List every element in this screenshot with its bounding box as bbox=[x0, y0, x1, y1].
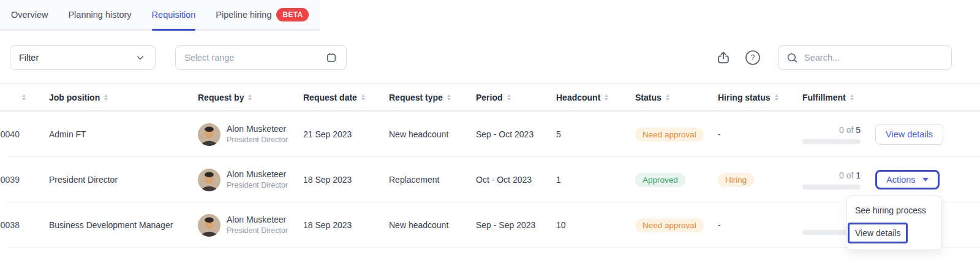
fulfillment-cell: 0 of 5 bbox=[802, 125, 865, 144]
sort-icon[interactable] bbox=[605, 94, 608, 101]
status-badge: Need approval bbox=[635, 218, 704, 232]
requisition-id: 90038 bbox=[0, 220, 49, 230]
tab-bar: Overview Planning history Requisition Pi… bbox=[0, 0, 320, 31]
requisition-page: { "tabs": { "items": [ { "label": "Overv… bbox=[0, 0, 980, 260]
tab-overview-label: Overview bbox=[11, 10, 48, 20]
request-by: Alon Musketeer President Director bbox=[198, 123, 303, 146]
column-header-headcount[interactable]: Headcount bbox=[556, 93, 635, 102]
filter-dropdown-label: Filter bbox=[19, 53, 39, 63]
requester-name: Alon Musketeer bbox=[227, 123, 288, 135]
job-position: Business Development Manager bbox=[49, 220, 198, 230]
tab-planning-history-label: Planning history bbox=[68, 10, 131, 20]
sort-icon[interactable] bbox=[775, 94, 778, 101]
column-header-hiring-status[interactable]: Hiring status bbox=[718, 93, 802, 102]
sort-icon[interactable] bbox=[104, 94, 108, 101]
fulfillment-total: 5 bbox=[856, 125, 861, 135]
tab-overview[interactable]: Overview bbox=[11, 0, 48, 29]
help-button[interactable]: ? bbox=[745, 50, 761, 66]
hiring-status: - bbox=[718, 129, 802, 139]
requisition-id: 90039 bbox=[0, 175, 49, 185]
requester-name: Alon Musketeer bbox=[227, 169, 288, 180]
table-row: 90039 President Director Alon Musketeer … bbox=[0, 157, 980, 202]
search-box bbox=[778, 45, 952, 70]
requester-title: President Director bbox=[227, 180, 288, 191]
export-button[interactable] bbox=[715, 50, 731, 66]
date-range-picker[interactable]: Select range bbox=[175, 45, 347, 70]
headcount: 1 bbox=[556, 175, 635, 185]
actions-button[interactable]: Actions bbox=[875, 170, 940, 189]
menu-item-see-hiring-process[interactable]: See hiring process bbox=[846, 203, 941, 222]
fulfillment-progress-bar bbox=[802, 185, 861, 189]
fulfillment-current: 0 bbox=[839, 170, 844, 180]
caret-down-icon bbox=[922, 178, 929, 182]
period: Sep - Oct 2023 bbox=[476, 129, 556, 139]
request-by: Alon Musketeer President Director bbox=[198, 169, 303, 191]
table-row: 90040 Admin FT Alon Musketeer President … bbox=[0, 112, 980, 157]
chevron-down-icon bbox=[134, 52, 146, 64]
table-row: 90038 Business Development Manager Alon … bbox=[0, 202, 980, 248]
headcount: 10 bbox=[556, 220, 635, 230]
tab-planning-history[interactable]: Planning history bbox=[68, 0, 131, 29]
headcount: 5 bbox=[556, 129, 635, 139]
beta-badge: BETA bbox=[276, 8, 309, 21]
job-position: Admin FT bbox=[49, 129, 198, 139]
request-by: Alon Musketeer President Director bbox=[198, 214, 303, 237]
job-position: President Director bbox=[49, 175, 198, 185]
fulfillment-total: 1 bbox=[856, 170, 861, 180]
sort-icon[interactable] bbox=[850, 94, 854, 101]
request-date: 18 Sep 2023 bbox=[303, 220, 389, 230]
filter-dropdown[interactable]: Filter bbox=[10, 45, 156, 70]
requester-title: President Director bbox=[227, 226, 288, 236]
status-badge: Need approval bbox=[635, 128, 704, 142]
sort-icon[interactable] bbox=[666, 94, 669, 101]
hiring-status-cell: Hiring bbox=[718, 173, 802, 187]
sort-icon[interactable] bbox=[22, 94, 26, 101]
help-icon: ? bbox=[745, 50, 761, 66]
toolbar: Filter Select range ? bbox=[0, 45, 980, 70]
column-header-period[interactable]: Period bbox=[476, 93, 556, 102]
period: Sep - Sep 2023 bbox=[476, 220, 556, 230]
sort-icon[interactable] bbox=[248, 94, 252, 101]
fulfillment-current: 0 bbox=[839, 125, 844, 135]
status-cell: Need approval bbox=[635, 218, 718, 232]
request-date: 21 Sep 2023 bbox=[303, 129, 389, 139]
column-header-job-position[interactable]: Job position bbox=[49, 93, 198, 102]
action-cell: View details bbox=[865, 124, 980, 145]
hiring-status: - bbox=[718, 220, 802, 230]
date-range-placeholder: Select range bbox=[184, 53, 234, 63]
tab-pipeline-hiring[interactable]: Pipeline hiring BETA bbox=[216, 0, 309, 29]
actions-dropdown-menu: See hiring process View details bbox=[846, 196, 942, 250]
tab-requisition[interactable]: Requisition bbox=[152, 0, 196, 29]
column-header-id[interactable] bbox=[0, 94, 49, 101]
request-type: New headcount bbox=[389, 129, 476, 139]
view-details-button[interactable]: View details bbox=[875, 124, 943, 145]
avatar bbox=[198, 123, 221, 146]
column-header-request-by[interactable]: Request by bbox=[198, 93, 303, 102]
status-cell: Need approval bbox=[635, 128, 718, 142]
svg-text:?: ? bbox=[751, 53, 755, 62]
request-date: 18 Sep 2023 bbox=[303, 175, 389, 185]
fulfillment-progress-bar bbox=[802, 139, 861, 144]
column-header-request-type[interactable]: Request type bbox=[389, 93, 476, 102]
search-icon bbox=[786, 52, 799, 64]
status-badge: Approved bbox=[635, 173, 685, 187]
search-input[interactable] bbox=[804, 53, 944, 63]
column-header-fulfillment[interactable]: Fulfillment bbox=[802, 93, 865, 102]
column-header-request-date[interactable]: Request date bbox=[303, 93, 389, 102]
action-cell: Actions bbox=[865, 170, 980, 189]
avatar bbox=[198, 169, 221, 191]
request-type: New headcount bbox=[389, 220, 476, 230]
column-header-status[interactable]: Status bbox=[635, 93, 718, 102]
table-header: Job position Request by Request date Req… bbox=[0, 83, 980, 112]
avatar bbox=[198, 214, 221, 237]
hiring-status-badge: Hiring bbox=[718, 173, 754, 187]
sort-icon[interactable] bbox=[507, 94, 511, 101]
requester-title: President Director bbox=[227, 135, 288, 145]
export-icon bbox=[715, 50, 731, 66]
sort-icon[interactable] bbox=[447, 94, 451, 101]
sort-icon[interactable] bbox=[361, 94, 365, 101]
tab-pipeline-hiring-label: Pipeline hiring bbox=[216, 10, 271, 20]
menu-item-view-details[interactable]: View details bbox=[848, 223, 908, 243]
status-cell: Approved bbox=[635, 173, 718, 187]
requester-name: Alon Musketeer bbox=[227, 214, 288, 226]
